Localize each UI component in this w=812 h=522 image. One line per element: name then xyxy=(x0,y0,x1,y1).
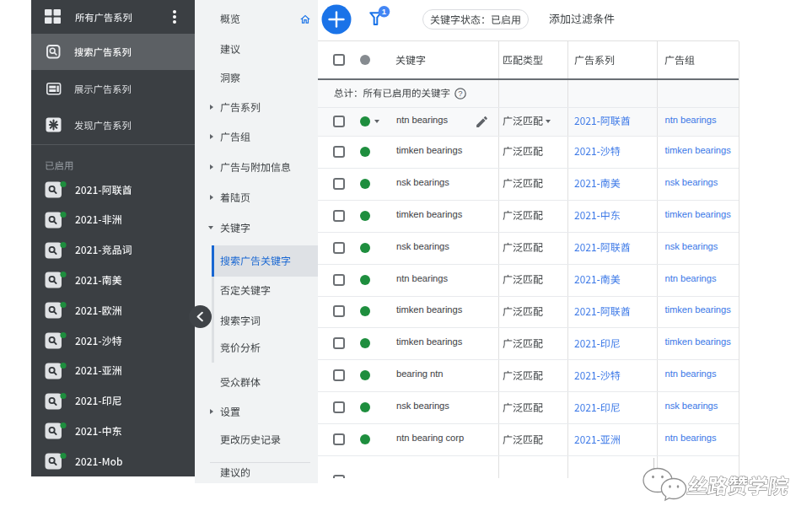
svg-text:1: 1 xyxy=(382,7,387,16)
svg-text:?: ? xyxy=(458,89,462,98)
